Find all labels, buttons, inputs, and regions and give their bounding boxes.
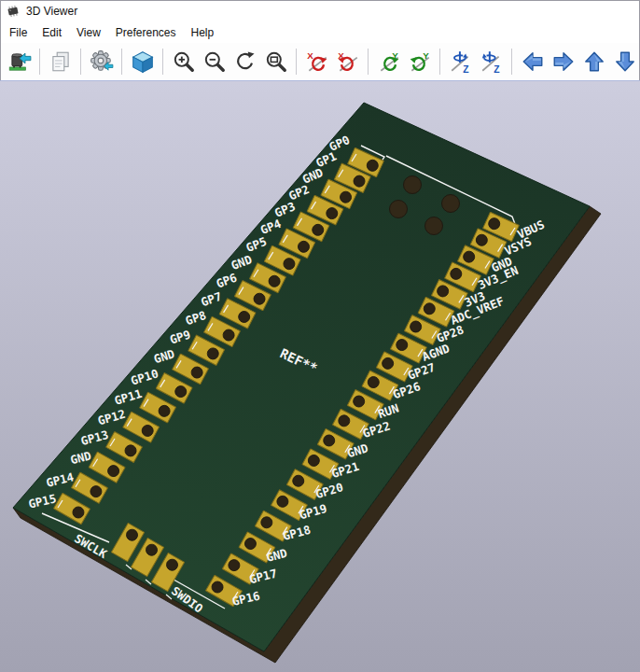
orthographic-projection-icon — [131, 49, 155, 74]
rotate-y-counterclockwise-icon: Y — [408, 49, 432, 74]
zoom-to-fit-icon — [264, 49, 288, 74]
mounting-hole — [390, 201, 408, 218]
move-right-icon — [551, 49, 576, 74]
render-options-button[interactable] — [86, 44, 117, 79]
rotate-z-counterclockwise-icon: Z — [480, 49, 504, 74]
toolbar-separator — [162, 49, 163, 75]
svg-text:X: X — [307, 50, 313, 61]
move-down-button[interactable] — [609, 44, 640, 79]
move-down-icon — [613, 49, 637, 74]
rotate-x-clockwise-icon: X — [305, 49, 329, 74]
copy-image-icon — [49, 49, 73, 74]
svg-text:Y: Y — [392, 50, 398, 61]
zoom-to-fit-button[interactable] — [260, 44, 291, 79]
reload-board-button[interactable] — [4, 44, 35, 79]
orthographic-projection-button[interactable] — [127, 44, 158, 79]
redraw-button[interactable] — [230, 44, 260, 79]
render-options-icon — [90, 49, 114, 74]
rotate-z-counterclockwise-button[interactable]: Z — [476, 44, 507, 79]
rotate-z-clockwise-icon: Z — [449, 49, 473, 74]
menu-preferences[interactable]: Preferences — [108, 23, 184, 42]
rotate-y-clockwise-button[interactable]: Y — [373, 44, 404, 79]
rotate-y-clockwise-icon: Y — [377, 49, 401, 74]
toolbar-separator — [296, 49, 297, 75]
3d-viewer-window: 3D Viewer FileEditViewPreferencesHelp XX… — [0, 0, 640, 672]
move-up-icon — [582, 49, 606, 74]
svg-text:Y: Y — [423, 50, 429, 61]
app-chip-icon — [6, 4, 21, 19]
move-left-button[interactable] — [517, 44, 548, 79]
mounting-hole — [404, 176, 422, 194]
mounting-hole — [442, 195, 460, 213]
menu-file[interactable]: File — [2, 23, 35, 42]
move-up-button[interactable] — [578, 44, 609, 79]
move-right-button[interactable] — [548, 44, 578, 79]
menu-edit[interactable]: Edit — [35, 23, 69, 42]
zoom-out-icon — [202, 49, 227, 74]
rotate-x-counterclockwise-button[interactable]: X — [332, 44, 363, 79]
menu-help[interactable]: Help — [184, 23, 222, 42]
rotate-y-counterclockwise-button[interactable]: Y — [404, 44, 435, 79]
svg-text:X: X — [338, 50, 344, 61]
toolbar: XXYYZZ — [0, 43, 640, 80]
svg-text:Z: Z — [463, 64, 468, 74]
pcb-3d-render: GP0VBUSGP1VSYSGNDGNDGP23V3_ENGP33V3GP4AD… — [0, 81, 640, 672]
rotate-x-counterclockwise-icon: X — [336, 49, 360, 74]
toolbar-separator — [368, 49, 369, 75]
mounting-hole — [425, 217, 443, 235]
redraw-icon — [233, 49, 257, 74]
toolbar-separator — [121, 49, 122, 75]
rotate-x-clockwise-button[interactable]: X — [301, 44, 332, 79]
reload-board-icon — [7, 49, 32, 74]
copy-image-button[interactable] — [45, 44, 76, 79]
toolbar-separator — [39, 49, 40, 75]
rotate-z-clockwise-button[interactable]: Z — [445, 44, 476, 79]
3d-viewport[interactable]: GP0VBUSGP1VSYSGNDGNDGP23V3_ENGP33V3GP4AD… — [0, 80, 640, 672]
zoom-out-button[interactable] — [199, 44, 230, 79]
zoom-in-button[interactable] — [168, 44, 199, 79]
svg-text:Z: Z — [494, 64, 499, 74]
window-title: 3D Viewer — [26, 5, 77, 18]
menu-view[interactable]: View — [69, 23, 108, 42]
move-left-icon — [521, 49, 545, 74]
zoom-in-icon — [172, 49, 196, 74]
toolbar-separator — [511, 49, 512, 75]
toolbar-separator — [439, 49, 440, 75]
menu-bar: FileEditViewPreferencesHelp — [0, 22, 640, 43]
title-bar: 3D Viewer — [0, 0, 640, 22]
toolbar-separator — [80, 49, 81, 75]
